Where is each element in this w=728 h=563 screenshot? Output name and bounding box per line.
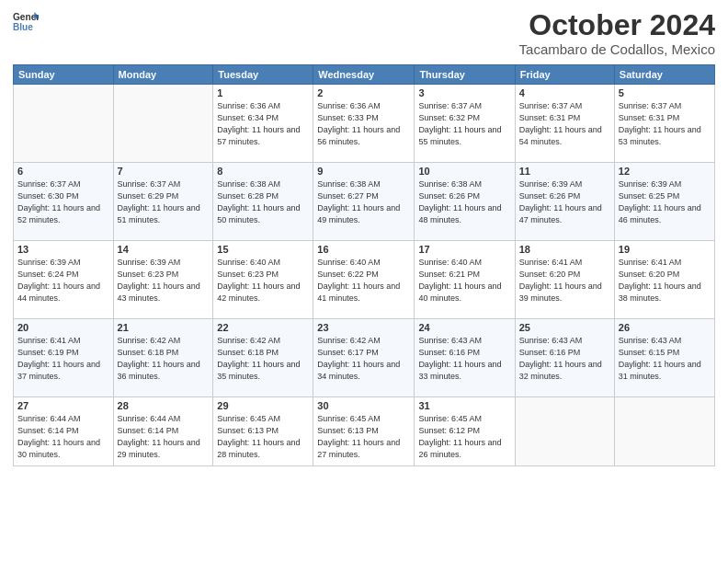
calendar-cell: 5Sunrise: 6:37 AMSunset: 6:31 PMDaylight…: [614, 85, 714, 163]
calendar-cell: 26Sunrise: 6:43 AMSunset: 6:15 PMDayligh…: [614, 319, 714, 397]
week-row-5: 27Sunrise: 6:44 AMSunset: 6:14 PMDayligh…: [14, 397, 715, 466]
weekday-header-row: SundayMondayTuesdayWednesdayThursdayFrid…: [14, 65, 715, 85]
day-info: Sunrise: 6:41 AMSunset: 6:20 PMDaylight:…: [519, 257, 610, 304]
day-info: Sunrise: 6:43 AMSunset: 6:16 PMDaylight:…: [418, 335, 510, 383]
title-section: October 2024 Tacambaro de Codallos, Mexi…: [519, 9, 715, 57]
calendar-cell: [614, 397, 714, 466]
calendar-cell: 16Sunrise: 6:40 AMSunset: 6:22 PMDayligh…: [313, 241, 415, 319]
day-info: Sunrise: 6:42 AMSunset: 6:18 PMDaylight:…: [118, 335, 210, 383]
day-number: 11: [519, 166, 610, 177]
day-number: 3: [418, 87, 510, 98]
day-info: Sunrise: 6:39 AMSunset: 6:26 PMDaylight:…: [519, 178, 610, 226]
calendar-cell: 15Sunrise: 6:40 AMSunset: 6:23 PMDayligh…: [213, 241, 313, 319]
day-info: Sunrise: 6:39 AMSunset: 6:23 PMDaylight:…: [118, 257, 210, 304]
day-info: Sunrise: 6:42 AMSunset: 6:18 PMDaylight:…: [217, 335, 309, 383]
day-info: Sunrise: 6:45 AMSunset: 6:12 PMDaylight:…: [418, 413, 510, 461]
calendar-cell: 9Sunrise: 6:38 AMSunset: 6:27 PMDaylight…: [313, 163, 415, 241]
day-info: Sunrise: 6:45 AMSunset: 6:13 PMDaylight:…: [317, 413, 410, 461]
day-number: 12: [619, 166, 711, 177]
calendar-cell: 8Sunrise: 6:38 AMSunset: 6:28 PMDaylight…: [213, 163, 313, 241]
calendar-cell: 27Sunrise: 6:44 AMSunset: 6:14 PMDayligh…: [14, 397, 114, 466]
day-info: Sunrise: 6:37 AMSunset: 6:30 PMDaylight:…: [17, 178, 109, 226]
header: General Blue October 2024 Tacambaro de C…: [13, 9, 715, 57]
calendar-cell: 10Sunrise: 6:38 AMSunset: 6:26 PMDayligh…: [415, 163, 515, 241]
day-info: Sunrise: 6:45 AMSunset: 6:13 PMDaylight:…: [217, 413, 309, 461]
month-year-title: October 2024: [519, 9, 715, 41]
day-number: 25: [519, 322, 610, 333]
day-info: Sunrise: 6:44 AMSunset: 6:14 PMDaylight:…: [17, 413, 109, 461]
day-number: 13: [17, 244, 109, 255]
day-number: 5: [619, 87, 711, 98]
weekday-header-wednesday: Wednesday: [313, 65, 415, 85]
day-number: 4: [519, 87, 610, 98]
calendar-cell: [515, 397, 614, 466]
weekday-header-saturday: Saturday: [614, 65, 714, 85]
calendar-cell: 6Sunrise: 6:37 AMSunset: 6:30 PMDaylight…: [14, 163, 114, 241]
day-info: Sunrise: 6:40 AMSunset: 6:22 PMDaylight:…: [317, 257, 410, 304]
day-number: 24: [418, 322, 510, 333]
logo-icon: General Blue: [13, 9, 39, 35]
calendar-cell: 13Sunrise: 6:39 AMSunset: 6:24 PMDayligh…: [14, 241, 114, 319]
day-number: 26: [619, 322, 711, 333]
calendar-cell: 21Sunrise: 6:42 AMSunset: 6:18 PMDayligh…: [113, 319, 213, 397]
day-number: 6: [17, 166, 109, 177]
day-number: 16: [317, 244, 410, 255]
day-info: Sunrise: 6:44 AMSunset: 6:14 PMDaylight:…: [118, 413, 210, 461]
page-container: General Blue October 2024 Tacambaro de C…: [0, 0, 728, 563]
weekday-header-tuesday: Tuesday: [213, 65, 313, 85]
day-info: Sunrise: 6:38 AMSunset: 6:27 PMDaylight:…: [317, 178, 410, 226]
day-info: Sunrise: 6:43 AMSunset: 6:16 PMDaylight:…: [519, 335, 610, 383]
day-number: 7: [118, 166, 210, 177]
day-info: Sunrise: 6:37 AMSunset: 6:32 PMDaylight:…: [418, 100, 510, 148]
day-info: Sunrise: 6:39 AMSunset: 6:25 PMDaylight:…: [619, 178, 711, 226]
day-info: Sunrise: 6:42 AMSunset: 6:17 PMDaylight:…: [317, 335, 410, 383]
calendar-cell: 4Sunrise: 6:37 AMSunset: 6:31 PMDaylight…: [515, 85, 614, 163]
day-number: 1: [217, 87, 309, 98]
day-info: Sunrise: 6:36 AMSunset: 6:34 PMDaylight:…: [217, 100, 309, 148]
day-info: Sunrise: 6:37 AMSunset: 6:29 PMDaylight:…: [118, 178, 210, 226]
calendar-cell: 19Sunrise: 6:41 AMSunset: 6:20 PMDayligh…: [614, 241, 714, 319]
week-row-4: 20Sunrise: 6:41 AMSunset: 6:19 PMDayligh…: [14, 319, 715, 397]
calendar-cell: 14Sunrise: 6:39 AMSunset: 6:23 PMDayligh…: [113, 241, 213, 319]
calendar-cell: 28Sunrise: 6:44 AMSunset: 6:14 PMDayligh…: [113, 397, 213, 466]
calendar-cell: 29Sunrise: 6:45 AMSunset: 6:13 PMDayligh…: [213, 397, 313, 466]
calendar-cell: 2Sunrise: 6:36 AMSunset: 6:33 PMDaylight…: [313, 85, 415, 163]
calendar-cell: 23Sunrise: 6:42 AMSunset: 6:17 PMDayligh…: [313, 319, 415, 397]
week-row-3: 13Sunrise: 6:39 AMSunset: 6:24 PMDayligh…: [14, 241, 715, 319]
day-number: 23: [317, 322, 410, 333]
day-number: 21: [118, 322, 210, 333]
day-number: 10: [418, 166, 510, 177]
weekday-header-thursday: Thursday: [415, 65, 515, 85]
calendar-cell: 1Sunrise: 6:36 AMSunset: 6:34 PMDaylight…: [213, 85, 313, 163]
calendar-cell: [14, 85, 114, 163]
week-row-2: 6Sunrise: 6:37 AMSunset: 6:30 PMDaylight…: [14, 163, 715, 241]
calendar-cell: 30Sunrise: 6:45 AMSunset: 6:13 PMDayligh…: [313, 397, 415, 466]
day-number: 29: [217, 400, 309, 411]
calendar-cell: 11Sunrise: 6:39 AMSunset: 6:26 PMDayligh…: [515, 163, 614, 241]
calendar-cell: 22Sunrise: 6:42 AMSunset: 6:18 PMDayligh…: [213, 319, 313, 397]
day-number: 30: [317, 400, 410, 411]
day-info: Sunrise: 6:37 AMSunset: 6:31 PMDaylight:…: [619, 100, 711, 148]
day-number: 31: [418, 400, 510, 411]
weekday-header-friday: Friday: [515, 65, 614, 85]
day-info: Sunrise: 6:38 AMSunset: 6:26 PMDaylight:…: [418, 178, 510, 226]
calendar-cell: 12Sunrise: 6:39 AMSunset: 6:25 PMDayligh…: [614, 163, 714, 241]
day-number: 27: [17, 400, 109, 411]
svg-text:Blue: Blue: [13, 22, 33, 32]
calendar-cell: 17Sunrise: 6:40 AMSunset: 6:21 PMDayligh…: [415, 241, 515, 319]
calendar-cell: 7Sunrise: 6:37 AMSunset: 6:29 PMDaylight…: [113, 163, 213, 241]
day-info: Sunrise: 6:36 AMSunset: 6:33 PMDaylight:…: [317, 100, 410, 148]
day-number: 15: [217, 244, 309, 255]
week-row-1: 1Sunrise: 6:36 AMSunset: 6:34 PMDaylight…: [14, 85, 715, 163]
day-info: Sunrise: 6:37 AMSunset: 6:31 PMDaylight:…: [519, 100, 610, 148]
day-info: Sunrise: 6:43 AMSunset: 6:15 PMDaylight:…: [619, 335, 711, 383]
day-number: 17: [418, 244, 510, 255]
calendar-cell: 25Sunrise: 6:43 AMSunset: 6:16 PMDayligh…: [515, 319, 614, 397]
calendar-cell: 31Sunrise: 6:45 AMSunset: 6:12 PMDayligh…: [415, 397, 515, 466]
day-number: 14: [118, 244, 210, 255]
day-number: 20: [17, 322, 109, 333]
day-number: 8: [217, 166, 309, 177]
calendar-cell: [113, 85, 213, 163]
logo: General Blue: [13, 9, 39, 35]
day-info: Sunrise: 6:39 AMSunset: 6:24 PMDaylight:…: [17, 257, 109, 304]
